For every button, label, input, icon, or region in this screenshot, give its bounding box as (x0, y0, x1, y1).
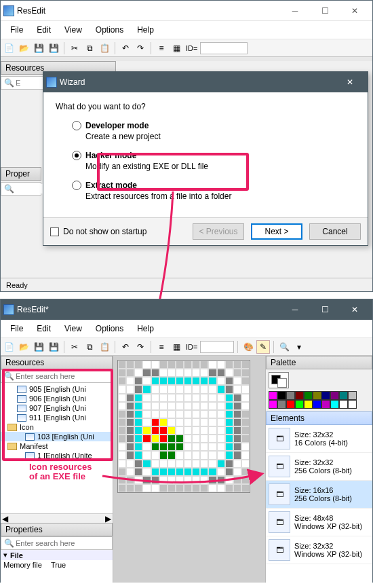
close-button[interactable]: ✕ (340, 300, 370, 319)
tree-item[interactable]: 911 [English (Uni (1, 413, 113, 422)
menu-edit[interactable]: Edit (30, 321, 58, 336)
top-titlebar[interactable]: ResEdit ─ ☐ ✕ (1, 1, 372, 21)
maximize-button[interactable]: ☐ (310, 300, 340, 319)
new-file-icon[interactable]: 📄 (2, 340, 16, 354)
palette-color[interactable] (286, 391, 295, 400)
color-swatch[interactable] (269, 372, 289, 388)
zoom-icon[interactable]: 🔍 (277, 340, 291, 354)
tree-item[interactable]: 906 [English (Uni (1, 394, 113, 403)
open-folder-icon[interactable]: 📂 (17, 340, 31, 354)
dropdown-icon[interactable]: ▾ (292, 340, 306, 354)
cancel-button[interactable]: Cancel (309, 223, 361, 240)
properties-search[interactable]: 🔍 (1, 182, 41, 196)
redo-icon[interactable]: ↷ (134, 340, 147, 354)
new-file-icon[interactable]: 📄 (2, 41, 16, 55)
tree-item[interactable]: 103 [English (Uni (1, 432, 113, 441)
paste-icon[interactable]: 📋 (98, 41, 111, 55)
open-folder-icon[interactable]: 📂 (17, 41, 31, 55)
bottom-titlebar[interactable]: ResEdit* ─ ☐ ✕ (1, 299, 372, 320)
element-row[interactable]: 🗔Size: 32x32Windows XP (32-bit) (266, 536, 372, 564)
pixel-editor-canvas[interactable] (117, 360, 250, 493)
palette-color[interactable] (330, 391, 339, 400)
close-button[interactable]: ✕ (340, 1, 370, 20)
undo-icon[interactable]: ↶ (119, 340, 132, 354)
save-all-icon[interactable]: 💾 (47, 41, 60, 55)
palette-color[interactable] (348, 400, 357, 409)
palette-color[interactable] (313, 400, 321, 409)
palette-color[interactable] (269, 391, 277, 400)
tree-item[interactable]: 1 [English (Unite (1, 451, 113, 460)
copy-icon[interactable]: ⧉ (83, 340, 96, 354)
menu-file[interactable]: File (3, 321, 30, 336)
pencil-tool-icon[interactable]: ✎ (256, 340, 270, 354)
radio-developer-mode[interactable]: Developer mode (72, 121, 355, 130)
scroll-left-icon[interactable]: ◀ (1, 514, 57, 523)
palette-color[interactable] (339, 391, 348, 400)
cut-icon[interactable]: ✂ (68, 41, 81, 55)
grid-icon[interactable]: ▦ (170, 41, 183, 55)
scroll-right-icon[interactable]: ▶ (57, 514, 113, 523)
element-row[interactable]: 🗔Size: 32x32256 Colors (8-bit) (266, 453, 372, 481)
minimize-button[interactable]: ─ (280, 300, 310, 319)
minimize-button[interactable]: ─ (280, 1, 310, 20)
palette-color[interactable] (277, 400, 286, 409)
radio-hacker-mode[interactable]: Hacker mode (72, 151, 355, 160)
property-group[interactable]: ▾ File (1, 550, 113, 560)
tree-folder[interactable]: Manifest (1, 441, 113, 451)
menu-options[interactable]: Options (89, 321, 130, 336)
palette-color[interactable] (321, 391, 330, 400)
menu-file[interactable]: File (3, 22, 30, 37)
dont-show-checkbox[interactable]: Do not show on startup (50, 227, 146, 236)
save-icon[interactable]: 💾 (32, 41, 45, 55)
palette-color[interactable] (304, 400, 313, 409)
properties-search[interactable]: 🔍 (1, 536, 113, 550)
list-icon[interactable]: ≡ (155, 41, 168, 55)
element-row[interactable]: 🗔Size: 16x16256 Colors (8-bit) (266, 481, 372, 509)
tree-item[interactable]: 905 [English (Uni (1, 384, 113, 394)
redo-icon[interactable]: ↷ (134, 41, 147, 55)
save-icon[interactable]: 💾 (32, 340, 45, 354)
palette-color[interactable] (321, 400, 330, 409)
menu-help[interactable]: Help (130, 22, 161, 37)
grid-icon[interactable]: ▦ (170, 340, 183, 354)
radio-extract-mode[interactable]: Extract mode (72, 181, 355, 190)
menu-view[interactable]: View (58, 22, 89, 37)
paste-icon[interactable]: 📋 (98, 340, 111, 354)
maximize-button[interactable]: ☐ (310, 1, 340, 20)
palette-color[interactable] (348, 391, 357, 400)
menu-help[interactable]: Help (130, 321, 161, 336)
wizard-close-button[interactable]: ✕ (335, 73, 365, 92)
undo-icon[interactable]: ↶ (119, 41, 132, 55)
tree-item[interactable]: 907 [English (Uni (1, 403, 113, 413)
palette-color[interactable] (304, 391, 313, 400)
palette-color[interactable] (313, 391, 321, 400)
copy-icon[interactable]: ⧉ (83, 41, 96, 55)
palette-color[interactable] (339, 400, 348, 409)
id-field[interactable] (200, 341, 234, 353)
list-icon[interactable]: ≡ (155, 340, 168, 354)
save-all-icon[interactable]: 💾 (47, 340, 60, 354)
menu-edit[interactable]: Edit (30, 22, 58, 37)
palette-color[interactable] (295, 391, 304, 400)
prop-search-input[interactable] (14, 538, 111, 548)
cut-icon[interactable]: ✂ (68, 340, 81, 354)
palette-color[interactable] (330, 400, 339, 409)
element-row[interactable]: 🗔Size: 48x48Windows XP (32-bit) (266, 509, 372, 536)
element-row[interactable]: 🗔Size: 32x3216 Colors (4-bit) (266, 425, 372, 453)
previous-button[interactable]: < Previous (193, 223, 244, 240)
palette-color[interactable] (286, 400, 295, 409)
wizard-titlebar[interactable]: Wizard ✕ (43, 72, 368, 92)
id-field[interactable] (200, 42, 248, 54)
palette-color[interactable] (269, 400, 277, 409)
resource-tree[interactable]: 905 [English (Uni906 [English (Uni907 [E… (1, 383, 113, 513)
next-button[interactable]: Next > (251, 223, 302, 240)
search-input[interactable] (14, 371, 111, 381)
tree-folder[interactable]: Icon (1, 422, 113, 432)
menu-view[interactable]: View (58, 321, 89, 336)
palette-color[interactable] (277, 391, 286, 400)
elements-list[interactable]: 🗔Size: 32x3216 Colors (4-bit)🗔Size: 32x3… (266, 425, 372, 583)
resources-search[interactable]: 🔍 (1, 369, 113, 383)
palette-color[interactable] (295, 400, 304, 409)
palette-tool-icon[interactable]: 🎨 (241, 340, 255, 354)
menu-options[interactable]: Options (89, 22, 130, 37)
